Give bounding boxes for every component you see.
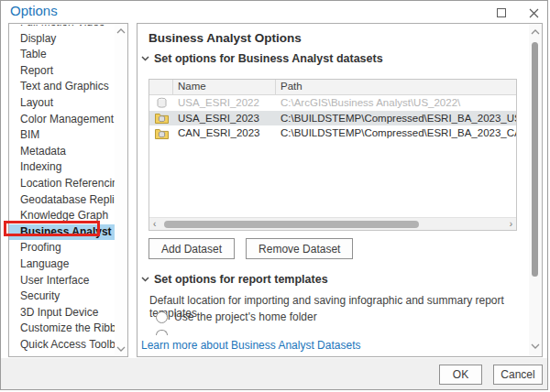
sidebar-item-quick-access-toolbar[interactable]: Quick Access Toolbar — [9, 337, 115, 354]
radio-home-folder[interactable]: Use the project's home folder — [156, 310, 317, 323]
business-analyst-options-panel: Business Analyst Options Set options for… — [137, 23, 543, 357]
options-dialog: Options Full Motion Video Display Table … — [0, 0, 548, 390]
sidebar-item-security[interactable]: Security — [9, 289, 115, 305]
maximize-button[interactable] — [490, 5, 513, 21]
sidebar-item-language[interactable]: Language — [9, 256, 115, 273]
scroll-down-icon[interactable] — [116, 346, 126, 352]
sidebar-item-text-and-graphics[interactable]: Text and Graphics — [9, 79, 115, 95]
scroll-right-icon[interactable]: › — [510, 219, 512, 230]
sidebar-item-user-interface[interactable]: User Interface — [9, 273, 115, 289]
table-row-usa-esri-2022[interactable]: USA_ESRI_2022 C:\ArcGIS\Business Analyst… — [149, 95, 516, 111]
datasets-section-title: Set options for Business Analyst dataset… — [154, 52, 383, 65]
dataset-path-cell: C:\BUILDSTEMP\Compressed\ESRI_BA_2023_US… — [276, 113, 516, 124]
sidebar-item-business-analyst[interactable]: Business Analyst — [9, 224, 115, 241]
sidebar-item-full-motion-video[interactable]: Full Motion Video — [9, 25, 115, 31]
dataset-name-cell: USA_ESRI_2022 — [173, 97, 276, 108]
sidebar-item-layout[interactable]: Layout — [9, 95, 115, 112]
table-row-can-esri-2023[interactable]: CAN_ESRI_2023 C:\BUILDSTEMP\Compressed\E… — [149, 125, 516, 141]
sidebar-item-bim[interactable]: BIM — [9, 127, 115, 144]
title-bar: Options — [1, 1, 547, 23]
database-gray-icon — [149, 97, 173, 109]
dataset-name-cell: CAN_ESRI_2023 — [173, 127, 276, 138]
dataset-name-cell: USA_ESRI_2023 — [173, 113, 276, 124]
templates-section-expander[interactable]: Set options for report templates — [141, 273, 328, 286]
sidebar-item-geodatabase-replication[interactable]: Geodatabase Replication — [9, 192, 115, 209]
sidebar-item-proofing[interactable]: Proofing — [9, 240, 115, 256]
templates-section-title: Set options for report templates — [154, 273, 328, 286]
sidebar-scrollbar[interactable] — [115, 24, 127, 356]
page-title: Business Analyst Options — [148, 31, 302, 45]
dialog-footer: OK Cancel — [1, 358, 547, 389]
datasets-section-expander[interactable]: Set options for Business Analyst dataset… — [141, 52, 383, 65]
cancel-button[interactable]: Cancel — [493, 365, 543, 385]
dataset-path-cell: C:\BUILDSTEMP\Compressed\ESRI_BA_2023_CA… — [276, 127, 516, 138]
sidebar-item-customize-the-ribbon[interactable]: Customize the Ribbon — [9, 321, 115, 337]
add-dataset-button[interactable]: Add Dataset — [148, 238, 235, 259]
column-path-header: Path — [276, 80, 516, 94]
file-geodatabase-icon — [149, 112, 173, 124]
sidebar-item-color-management[interactable]: Color Management — [9, 112, 115, 128]
close-icon — [529, 8, 539, 18]
scroll-up-icon[interactable] — [116, 28, 126, 34]
column-name-header: Name — [173, 80, 276, 94]
table-horizontal-scrollbar[interactable]: ‹ › — [149, 217, 516, 230]
vertical-scroll-thumb[interactable] — [532, 42, 538, 277]
sidebar-item-display[interactable]: Display — [9, 31, 115, 48]
ok-button[interactable]: OK — [439, 365, 482, 385]
sidebar-item-knowledge-graph[interactable]: Knowledge Graph — [9, 208, 115, 224]
close-button[interactable] — [522, 5, 545, 21]
scroll-left-icon[interactable]: ‹ — [153, 219, 156, 230]
sidebar-item-table[interactable]: Table — [9, 47, 115, 63]
dataset-buttons: Add Dataset Remove Dataset — [148, 238, 353, 259]
panel-vertical-scrollbar[interactable] — [529, 24, 542, 356]
datasets-table: Name Path USA_ESRI_2022 C:\ArcGIS\Busine… — [148, 79, 517, 231]
maximize-icon — [497, 8, 506, 17]
column-icon-header — [149, 80, 173, 94]
learn-more-link[interactable]: Learn more about Business Analyst Datase… — [141, 339, 360, 352]
sidebar-list: Full Motion Video Display Table Report T… — [9, 25, 115, 355]
radio-button-icon[interactable] — [156, 311, 168, 323]
options-category-list: Full Motion Video Display Table Report T… — [8, 23, 128, 357]
chevron-down-icon — [141, 56, 149, 61]
dialog-title: Options — [10, 3, 58, 18]
radio-home-folder-label: Use the project's home folder — [174, 310, 317, 323]
table-row-usa-esri-2023[interactable]: USA_ESRI_2023 C:\BUILDSTEMP\Compressed\E… — [149, 111, 516, 126]
scroll-up-icon[interactable] — [531, 29, 540, 35]
horizontal-scroll-thumb[interactable] — [164, 221, 419, 228]
file-geodatabase-icon — [149, 127, 173, 139]
remove-dataset-button[interactable]: Remove Dataset — [246, 238, 353, 259]
radio-partial-clipped[interactable] — [156, 330, 168, 335]
dataset-path-cell: C:\ArcGIS\Business Analyst\US_2022\ — [276, 97, 516, 108]
sidebar-item-indexing[interactable]: Indexing — [9, 159, 115, 176]
sidebar-item-3d-input-device[interactable]: 3D Input Device — [9, 305, 115, 321]
sidebar-item-report[interactable]: Report — [9, 63, 115, 80]
table-header: Name Path — [149, 80, 516, 95]
scroll-down-icon[interactable] — [531, 343, 540, 349]
sidebar-item-location-referencing[interactable]: Location Referencing — [9, 176, 115, 192]
chevron-down-icon — [141, 277, 149, 282]
sidebar-item-metadata[interactable]: Metadata — [9, 144, 115, 160]
